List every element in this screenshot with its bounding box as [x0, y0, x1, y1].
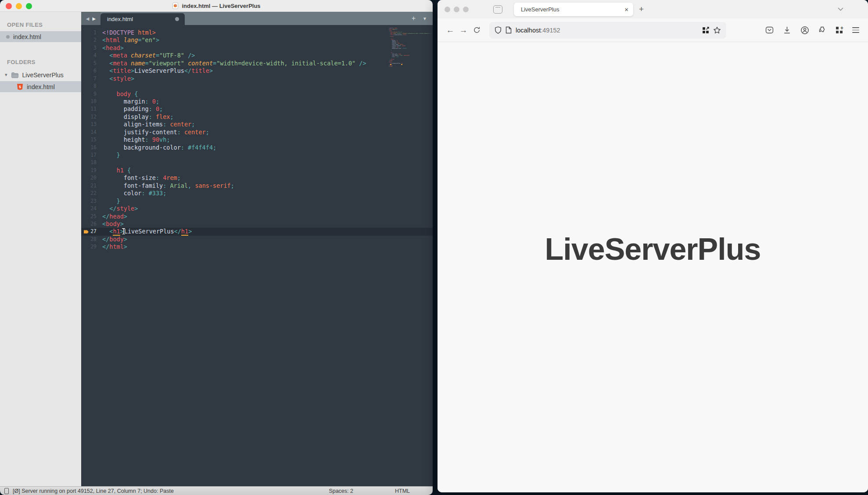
pocket-icon[interactable] — [765, 26, 774, 34]
tab-scroll-arrows: ◀ ▶ — [81, 12, 100, 25]
code-line[interactable]: 24 </style> — [81, 205, 433, 212]
tab-overflow-menu-icon[interactable]: ▼ — [423, 16, 427, 21]
code-line[interactable]: 2<html lang="en"> — [81, 36, 433, 44]
code-line[interactable]: 22 color: #333; — [81, 190, 433, 197]
minimize-window-button[interactable] — [16, 3, 22, 9]
page-body: LiveServerPlus — [438, 42, 868, 456]
code-line[interactable]: 18 — [81, 159, 433, 166]
code-line[interactable]: 28</body> — [81, 236, 433, 243]
bookmark-star-icon[interactable] — [713, 26, 721, 34]
editor-titlebar: index.html — LiveServerPlus — [0, 0, 433, 12]
browser-toolbar-icons: + — [765, 26, 862, 35]
url-text[interactable]: localhost:49152 — [516, 27, 698, 34]
code-line[interactable]: 12 display: flex; — [81, 113, 433, 121]
code-lines: 1<!DOCTYPE html>2<html lang="en">3<head>… — [81, 29, 433, 251]
svg-text:5: 5 — [19, 84, 21, 89]
browser-nav-bar: ← → localhost:49152 — [438, 18, 868, 42]
document-icon — [172, 2, 179, 9]
back-button[interactable]: ← — [444, 24, 457, 37]
tab-bar: ◀ ▶ index.html + ▼ — [81, 12, 433, 25]
code-line[interactable]: 1<!DOCTYPE html> — [81, 29, 433, 36]
code-line[interactable]: 7 <style> — [81, 75, 433, 82]
code-line[interactable]: 25</head> — [81, 213, 433, 220]
code-line[interactable]: 29</html> — [81, 243, 433, 251]
shield-icon[interactable] — [495, 26, 502, 34]
sidebar-item-open-index-html[interactable]: index.html — [0, 31, 81, 42]
downloads-icon[interactable] — [783, 26, 791, 34]
reload-button[interactable] — [470, 24, 483, 37]
syntax-setting[interactable]: HTML — [395, 488, 410, 494]
folder-label: LiveServerPlus — [22, 72, 64, 79]
close-window-button[interactable] — [6, 3, 12, 9]
tab-scroll-right-icon[interactable]: ▶ — [93, 16, 96, 21]
desktop: index.html — LiveServerPlus OPEN FILES i… — [0, 0, 868, 495]
tabbar-actions: + ▼ — [412, 12, 433, 25]
folder-icon — [11, 72, 19, 78]
browser-window: LiveServerPlus × + ← → localhost:49152 — [438, 0, 868, 492]
sidebar-folder-liveserverplus[interactable]: ▾ LiveServerPlus — [0, 69, 81, 80]
open-files-header: OPEN FILES — [0, 19, 81, 31]
code-line[interactable]: 19 h1 { — [81, 167, 433, 174]
list-all-tabs-icon[interactable] — [838, 7, 843, 11]
tab-modified-dot-icon — [175, 17, 179, 21]
browser-close-button[interactable] — [445, 7, 450, 12]
close-tab-icon[interactable]: × — [624, 6, 628, 13]
code-line[interactable]: 20 font-size: 4rem; — [81, 174, 433, 182]
browser-minimize-button[interactable] — [454, 7, 459, 12]
code-line[interactable]: 10 margin: 0; — [81, 98, 433, 105]
code-line[interactable]: 23 } — [81, 197, 433, 205]
code-line[interactable]: 17 } — [81, 151, 433, 159]
browser-window-controls — [445, 7, 469, 12]
code-line[interactable]: 8 — [81, 82, 433, 90]
new-tab-button[interactable]: + — [412, 15, 416, 22]
code-line[interactable]: 16 background-color: #f4f4f4; — [81, 144, 433, 151]
code-line[interactable]: 3<head> — [81, 44, 433, 52]
code-line[interactable]: 13 align-items: center; — [81, 121, 433, 128]
url-bar[interactable]: localhost:49152 — [489, 22, 726, 39]
tab-label: index.html — [107, 16, 133, 22]
tab-index-html[interactable]: index.html — [100, 13, 185, 25]
browser-zoom-button[interactable] — [463, 7, 469, 12]
open-file-label: index.html — [13, 33, 41, 40]
sidebar: OPEN FILES index.html FOLDERS ▾ LiveServ… — [0, 12, 81, 486]
tab-scroll-left-icon[interactable]: ◀ — [86, 16, 90, 21]
firefox-view-icon[interactable] — [493, 5, 502, 14]
indentation-setting[interactable]: Spaces: 2 — [329, 488, 353, 494]
browser-new-tab-button[interactable]: + — [639, 4, 644, 14]
code-line[interactable]: 26<body> — [81, 220, 433, 228]
code-line[interactable]: 4 <meta charset="UTF-8" /> — [81, 52, 433, 59]
code-line[interactable]: 9 body { — [81, 90, 433, 98]
code-line[interactable]: 21 font-family: Arial, sans-serif; — [81, 182, 433, 190]
window-title: index.html — LiveServerPlus — [172, 2, 260, 9]
extensions-puzzle-icon[interactable] — [818, 26, 827, 34]
window-controls — [6, 3, 32, 9]
zoom-window-button[interactable] — [26, 3, 32, 9]
code-line[interactable]: 6 <title>LiveServerPlus</title> — [81, 67, 433, 75]
screenshot-icon[interactable] — [702, 27, 709, 34]
status-message: [Ø] Server running on port 49152, Line 2… — [13, 488, 174, 494]
text-cursor-icon — [122, 228, 125, 234]
forward-button[interactable]: → — [457, 24, 470, 37]
html5-file-icon: 5 — [17, 83, 23, 90]
page-heading: LiveServerPlus — [545, 232, 761, 267]
code-line[interactable]: 14 justify-content: center; — [81, 129, 433, 136]
code-editor[interactable]: 1<!DOCTYPE html>2<html lang="en">3<head>… — [81, 25, 433, 486]
editor-window: index.html — LiveServerPlus OPEN FILES i… — [0, 0, 433, 495]
sidebar-item-index-html[interactable]: 5 index.html — [0, 81, 81, 92]
bookmark-tag-icon — [84, 230, 89, 233]
browser-tab-liveserverplus[interactable]: LiveServerPlus × — [514, 3, 633, 16]
vintage-mode-icon[interactable] — [4, 488, 9, 494]
account-icon[interactable] — [800, 26, 809, 35]
code-line[interactable]: 15 height: 90vh; — [81, 136, 433, 143]
chevron-down-icon[interactable]: ▾ — [5, 72, 7, 78]
status-bar: [Ø] Server running on port 49152, Line 2… — [0, 486, 433, 495]
code-line[interactable]: 27 <h1>LiveServerPlus</h1> — [81, 228, 433, 235]
extension-grid-icon[interactable]: + — [836, 27, 843, 34]
code-line[interactable]: 5 <meta name="viewport" content="width=d… — [81, 60, 433, 67]
status-right: Spaces: 2 HTML — [329, 488, 428, 494]
code-line[interactable]: 11 padding: 0; — [81, 105, 433, 113]
folders-header: FOLDERS — [0, 56, 81, 68]
page-info-icon[interactable] — [506, 26, 512, 34]
menu-icon[interactable] — [852, 27, 859, 32]
minimap[interactable]: <!DOCTYPE html><html lang="en"><head> <m… — [388, 28, 431, 67]
